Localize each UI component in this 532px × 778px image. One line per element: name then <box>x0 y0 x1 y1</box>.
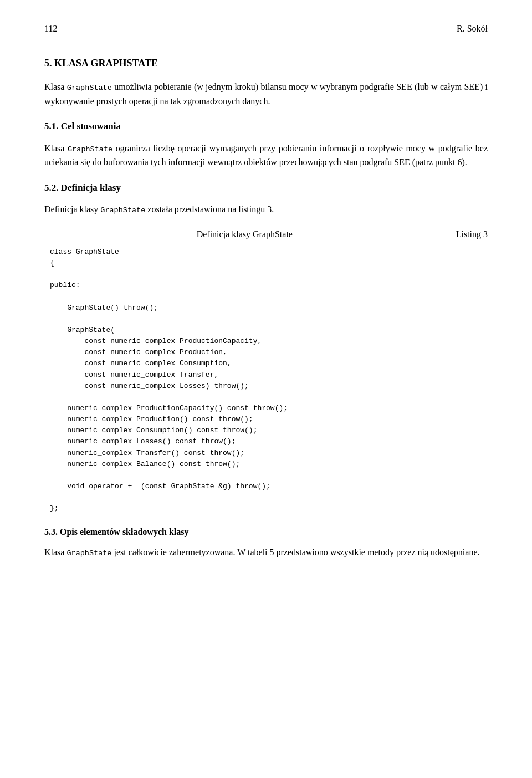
listing-3-container: Definicja klasy GraphState Listing 3 cla… <box>44 228 488 514</box>
code-line-5: GraphState( <box>50 326 115 334</box>
section-5-title: 5. KLASA GRAPHSTATE <box>44 56 488 71</box>
section-5-intro: Klasa GraphState umożliwia pobieranie (w… <box>44 80 488 108</box>
listing-title: Definicja klasy GraphState <box>197 229 293 239</box>
section-51-paragraph: Klasa GraphState ogranicza liczbę operac… <box>44 141 488 170</box>
graphstate-code-3: GraphState <box>100 206 145 214</box>
section-52-title: 5.2. Definicja klasy <box>44 181 488 195</box>
code-line-11: numeric_complex ProductionCapacity() con… <box>50 404 288 412</box>
code-line-16: numeric_complex Balance() const throw(); <box>50 460 240 468</box>
code-line-6: const numeric_complex ProductionCapacity… <box>50 337 262 345</box>
listing-header: Definicja klasy GraphState Listing 3 <box>44 228 488 241</box>
graphstate-code-1: GraphState <box>67 84 112 92</box>
graphstate-code-4: GraphState <box>66 549 111 557</box>
code-line-18: }; <box>50 504 59 513</box>
section-51-title: 5.1. Cel stosowania <box>44 119 488 134</box>
graphstate-code-2: GraphState <box>68 145 112 153</box>
code-line-4: GraphState() throw(); <box>50 304 158 312</box>
code-line-1: class GraphState <box>50 248 119 256</box>
code-line-14: numeric_complex Losses() const throw(); <box>50 437 236 446</box>
code-line-13: numeric_complex Consumption() const thro… <box>50 426 257 434</box>
code-line-17: void operator += (const GraphState &g) t… <box>50 482 270 490</box>
page-number: 112 <box>44 22 57 35</box>
code-block: class GraphState { public: GraphState() … <box>44 247 488 514</box>
section-53-paragraph-1: Klasa GraphState jest całkowicie zaherme… <box>44 545 488 560</box>
code-line-9: const numeric_complex Transfer, <box>50 371 218 379</box>
listing-label: Listing 3 <box>456 228 488 241</box>
code-line-15: numeric_complex Transfer() const throw()… <box>50 449 244 457</box>
page-header: 112 R. Sokół <box>44 22 488 39</box>
section-53-title: 5.3. Opis elementów składowych klasy <box>44 525 488 539</box>
code-line-2: { <box>50 259 54 267</box>
code-line-10: const numeric_complex Losses) throw(); <box>50 382 249 390</box>
code-line-3: public: <box>50 281 80 289</box>
code-line-8: const numeric_complex Consumption, <box>50 359 232 367</box>
code-line-12: numeric_complex Production() const throw… <box>50 415 253 423</box>
code-line-7: const numeric_complex Production, <box>50 348 227 356</box>
section-52-intro: Definicja klasy GraphState została przed… <box>44 202 488 217</box>
author-name: R. Sokół <box>457 22 488 35</box>
